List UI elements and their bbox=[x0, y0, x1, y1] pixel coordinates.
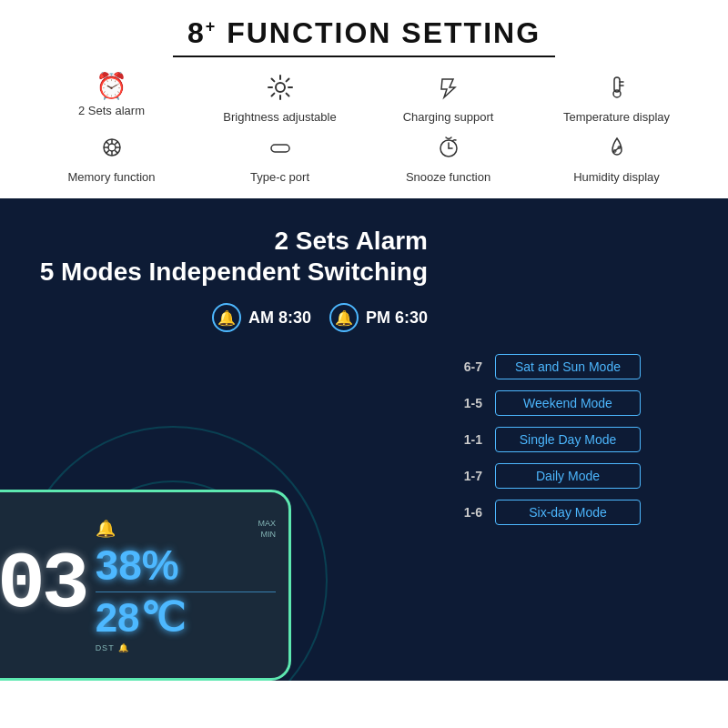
svg-line-6 bbox=[286, 94, 288, 96]
svg-line-21 bbox=[115, 141, 117, 144]
clock-temp-value: 28℃ bbox=[96, 598, 185, 638]
svg-line-8 bbox=[271, 94, 274, 96]
alarm-times: 🔔 AM 8:30 🔔 PM 6:30 bbox=[27, 303, 428, 332]
typec-icon bbox=[267, 134, 294, 166]
clock-divider bbox=[96, 592, 276, 592]
svg-point-0 bbox=[276, 83, 285, 92]
feature-alarm: ⏰ 2 Sets alarm bbox=[27, 74, 196, 125]
alarm-bell-icon-1: 🔔 bbox=[212, 303, 241, 332]
temperature-label: Temperature display bbox=[563, 110, 670, 125]
memory-icon bbox=[98, 134, 126, 166]
bottom-left: 2 Sets Alarm 5 Modes Independent Switchi… bbox=[0, 198, 446, 681]
mode-row-1: 1-5 Weekend Mode bbox=[455, 390, 710, 416]
svg-line-5 bbox=[271, 79, 274, 82]
top-section: 8+ FUNCTION SETTING ⏰ 2 Sets alarm bbox=[0, 0, 728, 198]
alarm-bell-icon-2: 🔔 bbox=[329, 303, 359, 332]
clock-top-row: 🔔 MAX MIN bbox=[96, 519, 276, 539]
mode-badge-0: Sat and Sun Mode bbox=[495, 354, 641, 379]
alarm-icon: ⏰ bbox=[96, 74, 127, 99]
svg-rect-23 bbox=[271, 145, 289, 152]
feature-brightness: Brightness adjustable bbox=[196, 74, 364, 125]
feature-charging: Charging support bbox=[364, 74, 532, 125]
mode-row-3: 1-7 Daily Mode bbox=[455, 463, 710, 489]
svg-line-20 bbox=[115, 150, 117, 153]
alarm-label: 2 Sets alarm bbox=[78, 104, 145, 118]
alarm-time-2: 🔔 PM 6:30 bbox=[329, 303, 428, 332]
feature-snooze: Snooze function bbox=[364, 134, 532, 185]
bottom-section: 2 Sets Alarm 5 Modes Independent Switchi… bbox=[0, 198, 728, 681]
feature-typec: Type-c port bbox=[196, 134, 364, 185]
mode-badge-4: Six-day Mode bbox=[495, 500, 641, 525]
bottom-right: 6-7 Sat and Sun Mode 1-5 Weekend Mode 1-… bbox=[446, 198, 728, 681]
feature-temperature: Temperature display bbox=[532, 74, 701, 125]
clock-max-min: MAX MIN bbox=[258, 519, 276, 539]
clock-digits: 03 bbox=[0, 545, 86, 625]
mode-badge-1: Weekend Mode bbox=[495, 390, 641, 416]
humidity-label: Humidity display bbox=[573, 170, 660, 185]
svg-line-7 bbox=[286, 79, 288, 82]
snooze-icon bbox=[435, 134, 462, 166]
clock-bottom-row: DST 🔔 bbox=[96, 643, 128, 652]
features-grid: ⏰ 2 Sets alarm Brightness adjustable bbox=[27, 74, 701, 184]
svg-point-14 bbox=[108, 144, 116, 151]
charging-icon bbox=[435, 74, 462, 106]
typec-label: Type-c port bbox=[250, 170, 309, 185]
brightness-label: Brightness adjustable bbox=[223, 110, 336, 125]
alarm-title: 2 Sets Alarm 5 Modes Independent Switchi… bbox=[27, 226, 428, 287]
svg-line-22 bbox=[106, 150, 108, 153]
brightness-icon bbox=[267, 74, 294, 106]
temperature-icon bbox=[603, 74, 631, 106]
alarm-time-1: 🔔 AM 8:30 bbox=[212, 303, 311, 332]
snooze-label: Snooze function bbox=[406, 170, 490, 185]
mode-badge-2: Single Day Mode bbox=[495, 427, 641, 452]
mode-badge-3: Daily Mode bbox=[495, 463, 641, 489]
main-title: 8+ FUNCTION SETTING bbox=[27, 16, 701, 50]
clock-right-panel: 🔔 MAX MIN 38% 28℃ DST 🔔 bbox=[96, 519, 276, 652]
svg-line-19 bbox=[106, 141, 108, 144]
clock-bell-small: 🔔 bbox=[96, 519, 116, 539]
mode-row-2: 1-1 Single Day Mode bbox=[455, 427, 710, 452]
memory-label: Memory function bbox=[67, 170, 155, 185]
charging-label: Charging support bbox=[403, 110, 494, 125]
feature-humidity: Humidity display bbox=[532, 134, 701, 185]
clock-humidity-value: 38% bbox=[96, 544, 179, 586]
svg-point-10 bbox=[613, 90, 621, 97]
clock-device: 03 🔔 MAX MIN 38% 28℃ DST 🔔 bbox=[0, 490, 291, 681]
humidity-icon bbox=[603, 134, 631, 166]
svg-line-25 bbox=[613, 147, 621, 152]
mode-row-4: 1-6 Six-day Mode bbox=[455, 500, 710, 525]
feature-memory: Memory function bbox=[27, 134, 196, 185]
title-underline bbox=[173, 56, 555, 57]
mode-row-0: 6-7 Sat and Sun Mode bbox=[455, 354, 710, 379]
